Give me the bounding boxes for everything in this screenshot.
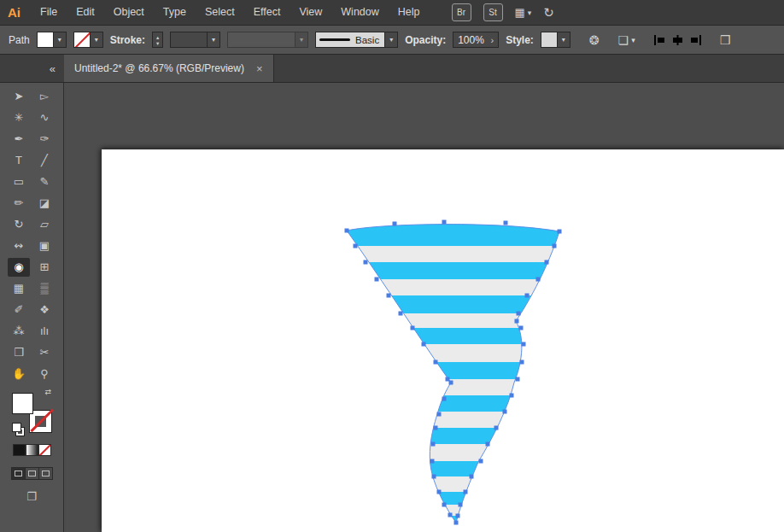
sync-icon[interactable]: ↻: [543, 5, 554, 20]
menu-type[interactable]: Type: [154, 0, 196, 25]
stroke-width-stepper[interactable]: ▴ ▾: [152, 32, 163, 48]
brush-name: Basic: [354, 32, 384, 47]
none-button[interactable]: [38, 444, 51, 456]
variable-width-profile-dropdown: ▾: [227, 32, 308, 48]
stepper-down-icon: ▾: [156, 40, 159, 46]
chevron-down-icon: ▾: [91, 32, 103, 48]
color-button[interactable]: [13, 444, 26, 456]
direct-selection-tool[interactable]: ▻: [33, 87, 56, 106]
document-tab[interactable]: Untitled-2* @ 66.67% (RGB/Preview) ×: [64, 55, 274, 82]
control-bar: Path ▾ ▾ Stroke: ▴ ▾ ▾ ▾ Basic ▾ Opacity…: [0, 25, 784, 55]
drawing-mode-buttons: [11, 467, 53, 480]
rectangle-tool[interactable]: ▭: [8, 172, 30, 191]
document-tab-title: Untitled-2* @ 66.67% (RGB/Preview): [74, 62, 244, 74]
recolor-artwork-icon[interactable]: ❂: [589, 33, 600, 47]
workspace-switcher[interactable]: ▦ ▾: [515, 6, 532, 19]
tools-panel: ➤▻✳∿✒✑T╱▭✎✏◪↻▱↭▣◉⊞▦▒✐❖⁂ılı❒✂✋⚲ ⇄ ❐: [0, 83, 64, 532]
menu-window[interactable]: Window: [331, 0, 388, 25]
stroke-color-dropdown[interactable]: ▾: [73, 32, 103, 48]
stroke-label: Stroke:: [110, 34, 145, 46]
tornado-artwork[interactable]: [64, 83, 784, 532]
transform-panel-icon[interactable]: ❒: [720, 33, 731, 47]
close-icon[interactable]: ×: [256, 62, 263, 75]
mesh-tool[interactable]: ▦: [8, 279, 30, 298]
selection-tool[interactable]: ➤: [8, 87, 30, 106]
style-label: Style:: [506, 34, 534, 46]
brush-stroke-preview: [316, 32, 354, 47]
menu-effect[interactable]: Effect: [244, 0, 290, 25]
artboard-tool[interactable]: ❒: [8, 343, 30, 362]
width-tool[interactable]: ↭: [8, 237, 30, 255]
paintbrush-tool[interactable]: ✎: [33, 172, 56, 191]
illustrator-logo: Ai: [8, 5, 31, 20]
fill-color-dropdown[interactable]: ▾: [37, 32, 67, 48]
menubar-right: Br St ▦ ▾ ↻: [452, 3, 554, 21]
menu-view[interactable]: View: [290, 0, 331, 25]
align-right-icon[interactable]: [690, 35, 701, 45]
panel-collapse-button[interactable]: «: [0, 55, 64, 82]
menu-select[interactable]: Select: [196, 0, 244, 25]
arrange-dropdown[interactable]: ❏ ▾: [618, 32, 635, 48]
fill-color-indicator[interactable]: [12, 393, 33, 414]
fill-stroke-control[interactable]: ⇄: [12, 391, 51, 432]
align-center-icon[interactable]: [672, 35, 683, 45]
stroke-width-dropdown[interactable]: ▾: [170, 32, 220, 48]
shape-builder-tool[interactable]: ◉: [8, 258, 30, 277]
chevron-down-icon: ▾: [208, 32, 220, 48]
opacity-label: Opacity:: [405, 34, 446, 46]
screen-mode-button[interactable]: ❐: [26, 490, 37, 503]
bridge-button[interactable]: Br: [452, 3, 471, 21]
draw-inside-button[interactable]: [39, 468, 52, 479]
perspective-grid-tool[interactable]: ⊞: [33, 258, 56, 277]
workspace-icon: ▦: [515, 6, 525, 19]
chevron-down-icon: ▾: [384, 32, 397, 47]
align-left-icon[interactable]: [654, 35, 665, 45]
style-dropdown[interactable]: ▾: [541, 32, 570, 48]
menu-edit[interactable]: Edit: [67, 0, 104, 25]
document-tabbar: Untitled-2* @ 66.67% (RGB/Preview) ×: [64, 55, 784, 82]
column-graph-tool[interactable]: ılı: [33, 322, 56, 341]
line-segment-tool[interactable]: ╱: [33, 151, 56, 170]
stock-button[interactable]: St: [483, 3, 503, 21]
canvas[interactable]: [64, 83, 784, 532]
gradient-button[interactable]: [26, 444, 38, 456]
slice-tool[interactable]: ✂: [33, 343, 56, 362]
zoom-tool[interactable]: ⚲: [33, 365, 56, 383]
context-label: Path: [9, 34, 30, 46]
pencil-tool[interactable]: ✏: [8, 194, 30, 213]
menu-object[interactable]: Object: [104, 0, 154, 25]
magic-wand-tool[interactable]: ✳: [8, 108, 30, 127]
swap-fill-stroke-icon[interactable]: ⇄: [44, 388, 51, 396]
gradient-tool[interactable]: ▒: [33, 279, 56, 298]
chevron-down-icon: ▾: [631, 36, 635, 44]
menu-help[interactable]: Help: [389, 0, 430, 25]
scale-tool[interactable]: ▱: [33, 215, 56, 234]
color-type-buttons: [13, 444, 51, 456]
menu-file[interactable]: File: [31, 0, 67, 25]
fill-swatch: [37, 32, 54, 48]
draw-behind-button[interactable]: [26, 468, 39, 479]
opacity-field[interactable]: 100% ›: [453, 32, 499, 48]
tools-grid: ➤▻✳∿✒✑T╱▭✎✏◪↻▱↭▣◉⊞▦▒✐❖⁂ılı❒✂✋⚲: [6, 85, 57, 384]
eraser-tool[interactable]: ◪: [33, 194, 56, 213]
free-transform-tool[interactable]: ▣: [33, 237, 56, 255]
illustrator-window: Ai FileEditObjectTypeSelectEffectViewWin…: [0, 0, 784, 532]
lasso-tool[interactable]: ∿: [33, 108, 56, 127]
tab-row: « Untitled-2* @ 66.67% (RGB/Preview) ×: [0, 55, 784, 83]
default-fill-icon[interactable]: [12, 423, 21, 432]
stroke-width-value: [170, 32, 208, 48]
workspace-body: ➤▻✳∿✒✑T╱▭✎✏◪↻▱↭▣◉⊞▦▒✐❖⁂ılı❒✂✋⚲ ⇄ ❐: [0, 83, 784, 532]
opacity-value: 100%: [458, 34, 484, 46]
curvature-tool[interactable]: ✑: [33, 130, 56, 149]
stroke-none-swatch: [73, 32, 91, 48]
brush-definition-dropdown[interactable]: Basic ▾: [315, 32, 398, 48]
rotate-tool[interactable]: ↻: [8, 215, 30, 234]
symbol-sprayer-tool[interactable]: ⁂: [8, 322, 30, 341]
pen-tool[interactable]: ✒: [8, 130, 30, 149]
eyedropper-tool[interactable]: ✐: [8, 301, 30, 319]
blend-tool[interactable]: ❖: [33, 301, 56, 319]
type-tool[interactable]: T: [8, 151, 30, 170]
collapse-icon: «: [50, 62, 56, 75]
hand-tool[interactable]: ✋: [8, 365, 30, 383]
draw-normal-button[interactable]: [12, 468, 26, 479]
